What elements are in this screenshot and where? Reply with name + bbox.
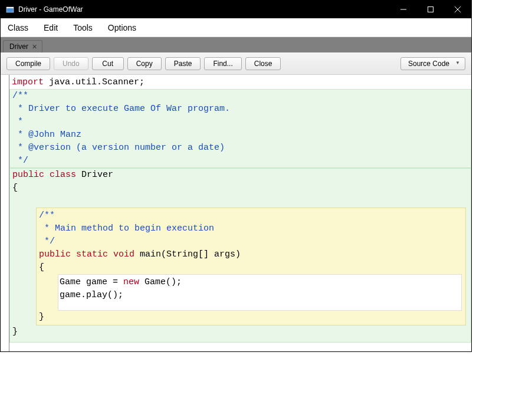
menu-options[interactable]: Options (108, 23, 136, 32)
class-body: public class Driver { /** * Main method … (9, 168, 471, 343)
titlebar-text: Driver - GameOfWar (18, 5, 390, 14)
method-sig: main(String[] args) (134, 249, 241, 259)
stmt: game.play(); (60, 290, 123, 300)
brace: { (39, 262, 44, 272)
maximize-button[interactable] (417, 1, 444, 18)
method-body: Game game = new Game(); game.play(); (58, 274, 462, 311)
stmt: Game(); (139, 277, 182, 287)
find-button[interactable]: Find... (204, 57, 241, 70)
titlebar: Driver - GameOfWar (1, 1, 471, 18)
kw-void: void (113, 249, 134, 259)
class-name: Driver (76, 170, 113, 180)
menu-edit[interactable]: Edit (44, 23, 58, 32)
tab-close-icon[interactable]: ✕ (32, 43, 37, 51)
brace: } (12, 327, 18, 337)
svg-rect-3 (428, 7, 434, 12)
svg-rect-1 (6, 7, 14, 8)
doc-line: * Driver to execute Game Of War program. (12, 104, 230, 114)
brace: } (39, 312, 44, 322)
kw-public: public (39, 249, 71, 259)
kw-public: public (12, 170, 44, 180)
cut-button[interactable]: Cut (92, 57, 124, 70)
doc-line: /** (39, 210, 55, 221)
doc-line: * Main method to begin execution (39, 223, 214, 233)
paste-button[interactable]: Paste (165, 57, 201, 70)
view-mode-label: Source Code (408, 60, 449, 68)
close-button[interactable]: Close (245, 57, 281, 70)
doc-line: */ (12, 156, 28, 166)
kw-import: import (12, 77, 44, 87)
app-window: Driver - GameOfWar Class Edit Tools Opti… (0, 0, 472, 352)
kw-static: static (76, 249, 108, 259)
compile-button[interactable]: Compile (6, 57, 50, 70)
menubar: Class Edit Tools Options (1, 18, 471, 37)
undo-button[interactable]: Undo (54, 57, 88, 70)
tab-label: Driver (9, 42, 28, 51)
minimize-button[interactable] (390, 1, 417, 18)
doc-line: * (12, 117, 23, 127)
app-icon (5, 5, 15, 14)
kw-new: new (123, 277, 139, 287)
class-javadoc: /** * Driver to execute Game Of War prog… (9, 89, 471, 168)
window-controls (390, 1, 471, 18)
doc-line: * @version (a version number or a date) (12, 143, 225, 153)
doc-line: */ (39, 236, 55, 246)
close-window-button[interactable] (444, 1, 471, 18)
import-path: java.util.Scanner; (44, 77, 145, 87)
view-mode-dropdown[interactable]: Source Code (400, 57, 465, 70)
tabstrip: Driver ✕ (1, 37, 471, 52)
code-editor[interactable]: import java.util.Scanner; /** * Driver t… (9, 75, 471, 351)
copy-button[interactable]: Copy (127, 57, 162, 70)
brace: { (12, 183, 18, 193)
stmt: Game game = (60, 277, 123, 287)
tab-driver[interactable]: Driver ✕ (3, 40, 42, 52)
method-block: /** * Main method to begin execution */ … (36, 208, 466, 325)
doc-line: /** (12, 91, 28, 101)
menu-class[interactable]: Class (8, 23, 28, 32)
doc-line: * @John Manz (12, 130, 81, 140)
kw-class: class (50, 170, 76, 180)
toolbar: Compile Undo Cut Copy Paste Find... Clos… (1, 52, 471, 75)
menu-tools[interactable]: Tools (73, 23, 93, 32)
